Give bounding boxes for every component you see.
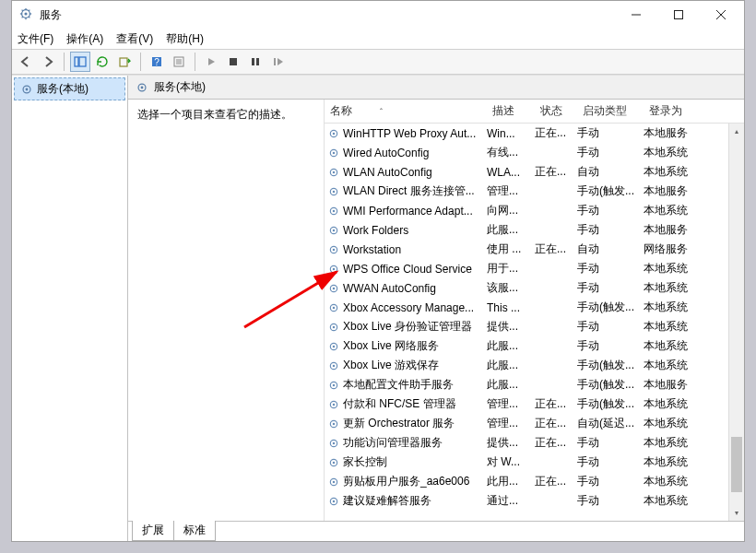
- service-row[interactable]: Wired AutoConfig有线...手动本地系统: [325, 143, 744, 162]
- gear-icon: [326, 127, 341, 140]
- service-logon: 本地系统: [644, 338, 706, 354]
- service-row[interactable]: WWAN AutoConfig该服...手动本地系统: [325, 278, 744, 298]
- svg-rect-11: [675, 11, 683, 19]
- svg-point-68: [333, 480, 335, 482]
- service-startup: 手动: [577, 319, 644, 335]
- service-row[interactable]: 本地配置文件助手服务此服...手动(触发...本地服务: [325, 375, 744, 394]
- service-row[interactable]: WLAN Direct 服务连接管...管理...手动(触发...本地服务: [325, 182, 744, 201]
- stop-service-button[interactable]: [223, 52, 243, 72]
- column-name[interactable]: 名称ˆ: [325, 100, 487, 123]
- tab-extended[interactable]: 扩展: [132, 521, 174, 541]
- service-logon: 本地服务: [644, 222, 706, 238]
- help-button[interactable]: ?: [147, 52, 167, 72]
- service-row[interactable]: 建议疑难解答服务通过...手动本地系统: [325, 491, 744, 511]
- nav-pane: 服务(本地): [12, 76, 128, 541]
- service-name: Xbox Live 游戏保存: [343, 358, 439, 373]
- service-row[interactable]: WLAN AutoConfigWLA...正在...自动本地系统: [325, 162, 744, 182]
- service-desc: 此用...: [487, 474, 535, 489]
- tab-standard[interactable]: 标准: [173, 521, 216, 541]
- service-name: 剪贴板用户服务_aa6e006: [343, 474, 469, 489]
- svg-point-56: [333, 364, 335, 366]
- service-row[interactable]: Xbox Accessory Manage...This ...手动(触发...…: [325, 298, 744, 317]
- service-state: 正在...: [535, 396, 577, 412]
- service-row[interactable]: Workstation使用 ...正在...自动网络服务: [325, 240, 744, 259]
- properties-button[interactable]: [169, 52, 189, 72]
- gear-icon: [326, 418, 341, 430]
- service-startup: 手动: [577, 435, 644, 451]
- service-name: WMI Performance Adapt...: [343, 205, 473, 218]
- maximize-button[interactable]: [657, 1, 700, 29]
- service-logon: 本地系统: [644, 416, 706, 431]
- forward-button[interactable]: [38, 52, 58, 72]
- svg-point-32: [333, 132, 335, 134]
- service-row[interactable]: 功能访问管理器服务提供...正在...手动本地系统: [325, 433, 744, 453]
- scroll-down-icon[interactable]: ▾: [729, 505, 744, 521]
- gear-icon: [136, 81, 148, 94]
- service-desc: 向网...: [487, 203, 535, 218]
- close-button[interactable]: [700, 1, 742, 29]
- back-button[interactable]: [16, 52, 36, 72]
- scroll-up-icon[interactable]: ▴: [729, 124, 744, 139]
- service-name: Wired AutoConfig: [343, 147, 429, 159]
- menu-help[interactable]: 帮助(H): [166, 31, 204, 47]
- gear-icon: [326, 185, 341, 198]
- gear-icon: [326, 476, 341, 488]
- service-logon: 本地系统: [644, 396, 706, 412]
- vertical-scrollbar[interactable]: ▴ ▾: [728, 124, 744, 521]
- service-startup: 自动: [577, 241, 644, 257]
- show-hide-console-button[interactable]: [70, 52, 90, 72]
- service-name: 本地配置文件助手服务: [343, 377, 454, 393]
- pause-service-button[interactable]: [245, 52, 266, 72]
- menu-view[interactable]: 查看(V): [116, 31, 153, 47]
- service-desc: 对 W...: [487, 454, 535, 470]
- service-row[interactable]: Xbox Live 游戏保存此服...手动(触发...本地系统: [325, 356, 744, 375]
- service-row[interactable]: Xbox Live 身份验证管理器提供...手动本地系统: [325, 317, 744, 336]
- service-desc: 此服...: [487, 358, 535, 373]
- service-row[interactable]: Xbox Live 网络服务此服...手动本地系统: [325, 336, 744, 356]
- gear-icon: [326, 224, 341, 237]
- service-row[interactable]: 家长控制对 W...手动本地系统: [325, 453, 744, 472]
- separator: [140, 53, 141, 71]
- service-row[interactable]: 剪贴板用户服务_aa6e006此用...正在...手动本地系统: [325, 472, 744, 491]
- nav-item-local-services[interactable]: 服务(本地): [14, 77, 125, 100]
- refresh-button[interactable]: [92, 52, 112, 72]
- column-state[interactable]: 状态: [535, 100, 577, 123]
- main-split: 选择一个项目来查看它的描述。 名称ˆ 描述 状态 启动类型 登录为 WinHTT…: [128, 100, 744, 521]
- service-row[interactable]: 更新 Orchestrator 服务管理...正在...自动(延迟...本地系统: [325, 414, 744, 433]
- column-startup[interactable]: 启动类型: [577, 100, 644, 123]
- service-desc: 管理...: [487, 416, 535, 431]
- menu-file[interactable]: 文件(F): [18, 31, 53, 47]
- minimize-button[interactable]: [615, 1, 657, 29]
- description-pane: 选择一个项目来查看它的描述。: [128, 100, 324, 521]
- titlebar: 服务: [12, 1, 744, 29]
- svg-point-38: [333, 190, 335, 192]
- service-name: WPS Office Cloud Service: [343, 263, 472, 276]
- start-service-button[interactable]: [201, 52, 221, 72]
- service-row[interactable]: 付款和 NFC/SE 管理器管理...正在...手动(触发...本地系统: [325, 394, 744, 414]
- export-button[interactable]: [114, 52, 135, 72]
- service-logon: 本地服务: [644, 125, 706, 141]
- service-row[interactable]: WPS Office Cloud Service用于...手动本地系统: [325, 259, 744, 278]
- service-desc: 该服...: [487, 280, 535, 296]
- service-desc: 用于...: [487, 261, 535, 276]
- column-description[interactable]: 描述: [487, 100, 535, 123]
- service-logon: 本地系统: [644, 261, 706, 276]
- svg-point-62: [333, 422, 335, 424]
- service-desc: 使用 ...: [487, 241, 535, 257]
- column-logon[interactable]: 登录为: [644, 100, 706, 123]
- app-icon: [19, 7, 34, 22]
- menu-action[interactable]: 操作(A): [66, 31, 103, 47]
- svg-rect-25: [256, 58, 259, 65]
- scroll-thumb[interactable]: [731, 437, 742, 492]
- restart-service-button[interactable]: [267, 52, 288, 72]
- service-desc: Win...: [487, 127, 535, 140]
- service-name: Xbox Accessory Manage...: [343, 301, 474, 314]
- service-name: 更新 Orchestrator 服务: [343, 416, 455, 431]
- service-row[interactable]: Work Folders此服...手动本地服务: [325, 220, 744, 240]
- service-state: 正在...: [535, 164, 577, 180]
- service-name: WinHTTP Web Proxy Aut...: [343, 127, 476, 140]
- service-logon: 本地系统: [644, 319, 706, 335]
- service-row[interactable]: WinHTTP Web Proxy Aut...Win...正在...手动本地服…: [325, 124, 744, 143]
- service-row[interactable]: WMI Performance Adapt...向网...手动本地系统: [325, 201, 744, 220]
- gear-icon: [326, 166, 341, 179]
